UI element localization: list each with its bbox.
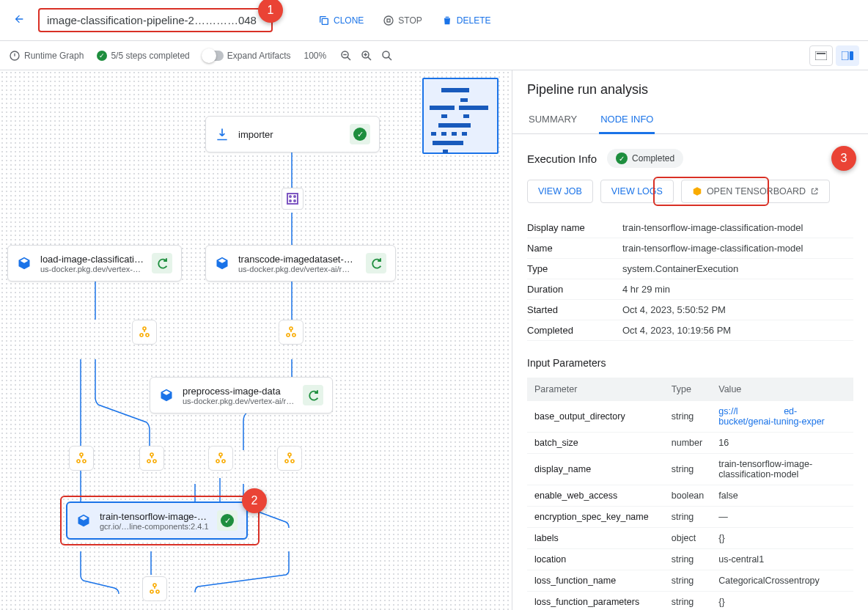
callout-1: 1 xyxy=(258,0,283,23)
table-row: encryption_spec_key_namestring— xyxy=(527,507,853,528)
node-preprocess-image-data[interactable]: preprocess-image-data us-docker.pkg.dev/… xyxy=(150,377,333,414)
svg-rect-9 xyxy=(842,51,848,60)
delete-label: DELETE xyxy=(457,15,491,26)
svg-point-32 xyxy=(153,460,156,463)
node-subtitle: us-docker.pkg.dev/vertex-ai/r… xyxy=(183,397,295,405)
steps-completed: ✓ 5/5 steps completed xyxy=(97,51,189,61)
artifact-node[interactable] xyxy=(139,446,164,471)
execution-info-heading: Execution Info xyxy=(527,152,597,165)
zoom-level: 100% xyxy=(304,51,327,61)
svg-point-34 xyxy=(216,460,219,463)
pipeline-canvas[interactable]: importer ✓ load-image-classificatio… us-… xyxy=(0,70,512,610)
svg-rect-8 xyxy=(817,53,825,54)
svg-point-21 xyxy=(143,327,146,330)
node-importer[interactable]: importer ✓ xyxy=(205,116,380,152)
minimap[interactable] xyxy=(422,78,499,154)
sub-toolbar: Runtime Graph ✓ 5/5 steps completed Expa… xyxy=(0,41,868,70)
node-title: importer xyxy=(238,129,342,140)
delete-button[interactable]: DELETE xyxy=(441,15,491,26)
stop-label: STOP xyxy=(398,15,422,26)
input-parameters-heading: Input Parameters xyxy=(527,357,853,369)
svg-rect-0 xyxy=(322,18,328,24)
back-button[interactable] xyxy=(9,7,29,33)
node-train-tensorflow[interactable]: train-tensorflow-image-c… gcr.io/…line-c… xyxy=(66,501,248,540)
panel-title: Pipeline run analysis xyxy=(512,82,868,106)
artifact-node[interactable] xyxy=(277,446,302,471)
details-panel: Pipeline run analysis SUMMARY NODE INFO … xyxy=(512,70,868,610)
node-title: preprocess-image-data xyxy=(183,386,295,397)
svg-point-40 xyxy=(150,590,153,593)
svg-point-38 xyxy=(291,460,294,463)
stop-button[interactable]: STOP xyxy=(383,15,422,26)
svg-point-20 xyxy=(294,200,295,202)
toggle-icon xyxy=(203,51,224,61)
svg-point-29 xyxy=(83,460,86,463)
artifact-node[interactable] xyxy=(69,446,94,471)
external-link-icon xyxy=(810,187,819,196)
table-row: locationstringus-central1 xyxy=(527,549,853,570)
artifact-node[interactable] xyxy=(132,320,157,345)
node-load-image-classification[interactable]: load-image-classificatio… us-docker.pkg.… xyxy=(7,245,182,282)
svg-point-27 xyxy=(80,453,83,456)
runtime-graph-label[interactable]: Runtime Graph xyxy=(9,50,84,62)
node-title: transcode-imagedataset-… xyxy=(238,254,358,265)
expand-artifacts-toggle[interactable]: Expand Artifacts xyxy=(203,51,291,61)
svg-point-37 xyxy=(285,460,288,463)
svg-point-39 xyxy=(153,584,156,587)
view-job-button[interactable]: VIEW JOB xyxy=(527,180,593,203)
clone-label: CLONE xyxy=(334,15,364,26)
artifact-node[interactable] xyxy=(279,320,304,345)
svg-point-35 xyxy=(222,460,225,463)
table-row: display_namestringtrain-tensorflow-image… xyxy=(527,454,853,485)
svg-rect-2 xyxy=(387,19,390,22)
svg-point-30 xyxy=(150,453,153,456)
table-row: loss_function_namestringCategoricalCross… xyxy=(527,570,853,592)
svg-point-31 xyxy=(147,460,150,463)
artifact-node[interactable] xyxy=(208,446,233,471)
node-subtitle: gcr.io/…line-components:2.4.1 xyxy=(100,522,210,531)
clone-button[interactable]: CLONE xyxy=(318,15,364,26)
svg-rect-7 xyxy=(815,51,827,60)
table-row: enable_web_accessbooleanfalse xyxy=(527,485,853,507)
highlight-tensorboard xyxy=(653,177,769,206)
table-row: labelsobject{} xyxy=(527,528,853,549)
table-row: batch_sizenumber16 xyxy=(527,433,853,454)
table-row: base_output_directorystringgs://l ed-buc… xyxy=(527,401,853,433)
node-title: load-image-classificatio… xyxy=(40,254,144,265)
pipeline-title-text: image-classification-pipeline-2…………048 xyxy=(47,14,257,26)
zoom-reset-icon[interactable] xyxy=(380,49,394,62)
svg-rect-10 xyxy=(850,51,853,60)
artifact-node[interactable] xyxy=(142,576,167,601)
zoom-out-icon[interactable] xyxy=(339,49,353,62)
pipeline-title: image-classification-pipeline-2…………048 1 xyxy=(38,8,273,32)
check-icon: ✓ xyxy=(221,514,234,527)
node-title: train-tensorflow-image-c… xyxy=(100,511,210,522)
parameters-table: Parameter Type Value base_output_directo… xyxy=(527,378,853,610)
svg-point-19 xyxy=(290,200,291,202)
svg-point-36 xyxy=(288,453,291,456)
node-subtitle: us-docker.pkg.dev/vertex-ai/r… xyxy=(40,265,144,273)
execution-kv-table: Display nametrain-tensorflow-image-class… xyxy=(527,218,853,341)
svg-point-18 xyxy=(294,196,295,197)
callout-3: 3 xyxy=(831,146,856,171)
tab-summary[interactable]: SUMMARY xyxy=(527,106,578,133)
node-transcode-imagedataset[interactable]: transcode-imagedataset-… us-docker.pkg.d… xyxy=(205,245,396,282)
svg-point-24 xyxy=(290,327,293,330)
tab-node-info[interactable]: NODE INFO xyxy=(599,106,655,134)
svg-point-33 xyxy=(219,453,222,456)
svg-point-1 xyxy=(384,16,393,25)
expand-node[interactable] xyxy=(282,188,304,210)
svg-point-28 xyxy=(77,460,80,463)
svg-rect-16 xyxy=(287,194,298,204)
top-toolbar: image-classification-pipeline-2…………048 1… xyxy=(0,0,868,41)
table-row: loss_function_parametersstring{} xyxy=(527,592,853,611)
status-badge: ✓ Completed xyxy=(607,149,683,168)
view-mode-1[interactable] xyxy=(809,45,833,66)
zoom-in-icon[interactable] xyxy=(360,49,373,62)
callout-2: 2 xyxy=(242,488,267,513)
svg-point-17 xyxy=(290,196,291,197)
check-icon: ✓ xyxy=(353,128,367,141)
node-subtitle: us-docker.pkg.dev/vertex-ai/r… xyxy=(238,265,358,273)
view-mode-2[interactable] xyxy=(836,45,859,66)
svg-point-41 xyxy=(156,590,159,593)
